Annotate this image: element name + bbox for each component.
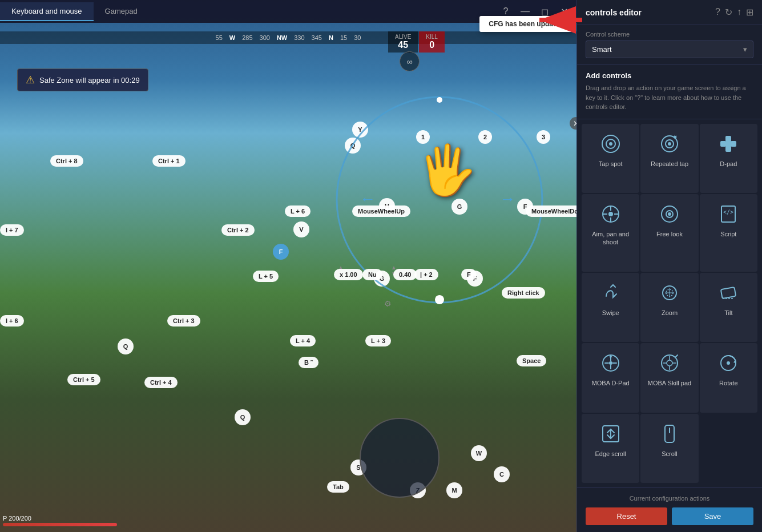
scheme-label: Control scheme [586, 31, 753, 38]
svg-point-3 [435, 295, 444, 304]
bottom-buttons: Reset Save [586, 507, 753, 525]
save-button[interactable]: Save [672, 507, 753, 525]
free-look-icon [657, 201, 682, 227]
key-m[interactable]: M [446, 482, 462, 498]
panel-title: controls editor [586, 8, 642, 17]
rotate-icon [716, 350, 741, 376]
key-ctrl1[interactable]: Ctrl + 1 [152, 155, 186, 167]
question-panel-icon[interactable]: ? [715, 7, 720, 18]
tab-gamepad[interactable]: Gamepad [94, 2, 149, 21]
health-text: P 200/200 [3, 515, 117, 522]
compass-15: 15 [340, 34, 347, 41]
key-tab[interactable]: Tab [327, 481, 349, 493]
key-ctrl4[interactable]: Ctrl + 4 [144, 377, 178, 388]
key-l5[interactable]: L + 5 [253, 271, 279, 282]
tilt-label: Tilt [724, 309, 732, 317]
mousewheel-down-label: MouseWheelDown [526, 205, 576, 217]
minimap [360, 418, 440, 498]
key-l4[interactable]: L + 4 [290, 335, 316, 346]
kill-value: 0 [429, 40, 434, 50]
key-ctrl8[interactable]: Ctrl + 8 [50, 155, 83, 167]
edge-scroll-icon [598, 421, 623, 446]
moba-skill-icon [657, 350, 682, 376]
key-ctrl5[interactable]: Ctrl + 5 [67, 374, 100, 385]
panel-header-icons: ? ↻ ↑ ⊞ [715, 7, 753, 18]
control-scroll[interactable]: Scroll [640, 414, 698, 483]
import-panel-icon[interactable]: ↑ [737, 7, 741, 18]
right-panel: controls editor ? ↻ ↑ ⊞ Control scheme S… [576, 0, 762, 532]
key-v[interactable]: V [293, 221, 309, 237]
compass-345: 345 [312, 34, 322, 41]
control-rotate[interactable]: Rotate [700, 343, 757, 412]
control-swipe[interactable]: Swipe [582, 273, 639, 342]
key-ctrl3[interactable]: Ctrl + 3 [167, 315, 200, 327]
tab-keyboard-mouse[interactable]: Keyboard and mouse [0, 2, 94, 21]
mousewheel-up-label: MouseWheelUp [352, 205, 410, 217]
control-tilt[interactable]: Tilt [700, 273, 757, 342]
health-display: P 200/200 [3, 515, 117, 526]
tap-spot-icon [598, 131, 623, 156]
svg-rect-15 [725, 141, 731, 147]
moba-dpad-icon [598, 350, 623, 376]
settings-gear-icon[interactable]: ⚙ [384, 299, 392, 308]
control-script[interactable]: </> Script [700, 194, 757, 272]
control-zoom[interactable]: Zoom [640, 273, 698, 342]
key-l7[interactable]: l + 7 [0, 224, 24, 236]
val-label: 0.40 [393, 269, 417, 280]
key-w[interactable]: W [471, 445, 487, 461]
add-controls-desc: Drag and drop an action on your game scr… [586, 83, 753, 112]
control-dpad[interactable]: D-pad [700, 124, 757, 193]
key-l6[interactable]: L + 6 [285, 205, 311, 217]
download-panel-icon[interactable]: ↻ [725, 7, 732, 18]
control-aim-pan[interactable]: Aim, pan and shoot [582, 194, 639, 272]
multiplier-label: x 1.00 [334, 269, 363, 280]
moba-skill-label: MOBA Skill pad [648, 379, 691, 387]
edge-scroll-label: Edge scroll [595, 450, 626, 458]
scheme-dropdown[interactable]: Smart ▾ [586, 41, 753, 58]
svg-rect-14 [731, 141, 736, 147]
scroll-icon [657, 421, 682, 446]
key-ctrl2[interactable]: Ctrl + 2 [221, 224, 255, 236]
scheme-value: Smart [592, 45, 612, 54]
svg-rect-11 [725, 136, 731, 142]
compass-bar: 55 W 285 300 NW 330 345 N 15 30 [0, 31, 576, 44]
key-l6b[interactable]: l + 6 [0, 315, 24, 327]
zoom-icon [657, 280, 682, 305]
key-space[interactable]: Space [517, 355, 546, 366]
add-controls-section: Add controls Drag and drop an action on … [577, 65, 762, 119]
skill-icons: ∞ [400, 51, 420, 71]
control-free-look[interactable]: Free look [640, 194, 698, 272]
health-bar-fill [3, 523, 117, 526]
reset-button[interactable]: Reset [586, 507, 667, 525]
svg-text:→: → [499, 190, 515, 208]
scroll-label: Scroll [662, 450, 678, 458]
compass-300: 300 [260, 34, 270, 41]
compass-nw: NW [277, 34, 287, 41]
key-c[interactable]: C [494, 466, 510, 482]
compass-55: 55 [216, 34, 223, 41]
health-bar-track [3, 523, 117, 526]
key-q2[interactable]: Q [118, 338, 134, 354]
script-icon: </> [716, 201, 741, 227]
svg-point-7 [609, 142, 612, 146]
export-panel-icon[interactable]: ⊞ [746, 7, 753, 18]
control-moba-skill[interactable]: MOBA Skill pad [640, 343, 698, 412]
key-l3[interactable]: L + 3 [365, 335, 391, 346]
control-tap-spot[interactable]: Tap spot [582, 124, 639, 193]
alive-label: ALIVE [395, 34, 411, 40]
badge-2: 2 [478, 130, 492, 144]
control-moba-dpad[interactable]: MOBA D-Pad [582, 343, 639, 412]
control-grid: Tap spot Repeated tap [577, 119, 762, 488]
control-repeated-tap[interactable]: Repeated tap [640, 124, 698, 193]
dpad-label: D-pad [720, 160, 737, 168]
key-f1[interactable]: F [273, 244, 289, 260]
safe-zone-text: Safe Zone will appear in 00:29 [39, 76, 140, 84]
main-container: Keyboard and mouse Gamepad ? — ◻ ✕ 55 W … [0, 0, 762, 532]
tap-spot-label: Tap spot [599, 160, 623, 168]
aim-pan-icon [598, 201, 623, 227]
zoom-label: Zoom [662, 309, 678, 317]
moba-dpad-label: MOBA D-Pad [592, 379, 630, 387]
control-edge-scroll[interactable]: Edge scroll [582, 414, 639, 483]
key-b[interactable]: B ˜ [299, 357, 318, 368]
key-q3[interactable]: Q [235, 409, 251, 425]
